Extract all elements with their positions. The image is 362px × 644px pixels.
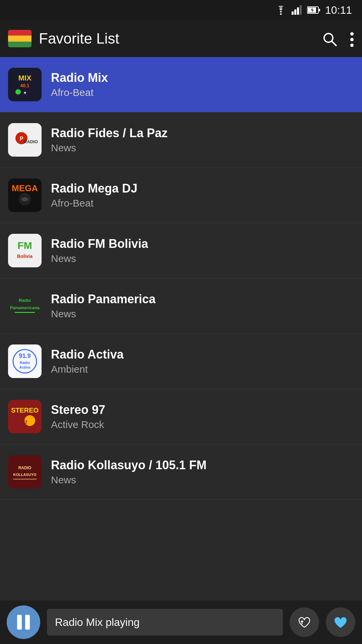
radio-logo-radio-activa: 91.9 Radio Activa <box>8 344 42 378</box>
radio-item-radio-panamerica[interactable]: Radio Panamericana Radio PanamericaNews <box>0 278 362 334</box>
radio-name-radio-fides: Radio Fides / La Paz <box>51 126 354 140</box>
radio-logo-radio-panamerica: Radio Panamericana <box>8 289 42 323</box>
svg-text:Radio: Radio <box>20 361 30 365</box>
svg-rect-39 <box>8 400 42 433</box>
svg-rect-33 <box>15 312 35 313</box>
radio-item-radio-kollasuyo[interactable]: RADIO KOLLASUYO Radio Kollasuyo / 105.1 … <box>0 444 362 500</box>
svg-text:Radio: Radio <box>19 298 31 303</box>
svg-rect-43 <box>8 455 42 489</box>
wifi-icon <box>275 5 287 15</box>
svg-text:MEGA: MEGA <box>12 183 38 193</box>
app-header: Favorite List <box>0 20 362 57</box>
now-playing-text: Radio Mix playing <box>55 616 140 629</box>
svg-point-26 <box>21 197 28 201</box>
radio-genre-radio-activa: Ambient <box>51 364 354 375</box>
svg-text:RADIO: RADIO <box>18 466 32 470</box>
svg-text:FM: FM <box>17 240 32 251</box>
battery-icon <box>307 6 320 14</box>
radio-item-radio-fm-bolivia[interactable]: FM Bolivia Radio FM BoliviaNews <box>0 223 362 278</box>
radio-logo-radio-mega-dj: MEGA <box>8 178 42 212</box>
svg-rect-4 <box>300 5 302 15</box>
svg-rect-7 <box>319 9 320 11</box>
radio-info-stereo-97: Stereo 97Active Rock <box>51 403 354 430</box>
flag-green-stripe <box>8 42 32 47</box>
search-icon[interactable] <box>322 30 338 47</box>
radio-info-radio-mega-dj: Radio Mega DJAfro-Beat <box>51 181 354 209</box>
radio-name-radio-panamerica: Radio Panamerica <box>51 292 354 306</box>
radio-logo-stereo-97: STEREO 97 <box>8 400 42 433</box>
radio-list: MIX 40.1 ★ Radio MixAfro-Beat P RADIO Ra… <box>0 57 362 500</box>
radio-item-stereo-97[interactable]: STEREO 97 Stereo 97Active Rock <box>0 389 362 444</box>
status-icons: 10:11 <box>275 4 352 16</box>
svg-text:Panamericana: Panamericana <box>10 305 40 310</box>
svg-point-12 <box>350 38 354 41</box>
radio-name-stereo-97: Stereo 97 <box>51 403 354 417</box>
radio-logo-radio-fm-bolivia: FM Bolivia <box>8 234 42 267</box>
radio-genre-radio-fm-bolivia: News <box>51 253 354 264</box>
header-actions <box>322 30 354 47</box>
svg-text:Bolivia: Bolivia <box>17 254 33 259</box>
radio-genre-stereo-97: Active Rock <box>51 419 354 430</box>
bottom-player: Radio Mix playing <box>0 600 362 644</box>
svg-text:91.9: 91.9 <box>19 353 31 359</box>
radio-name-radio-mix: Radio Mix <box>51 71 354 85</box>
pause-bar-right <box>25 615 30 630</box>
radio-logo-radio-kollasuyo: RADIO KOLLASUYO <box>8 455 42 489</box>
pause-bar-left <box>17 615 22 630</box>
radio-genre-radio-kollasuyo: News <box>51 474 354 486</box>
svg-rect-2 <box>294 9 296 15</box>
svg-point-11 <box>350 32 354 36</box>
svg-text:97: 97 <box>22 420 27 425</box>
page-title: Favorite List <box>39 30 322 47</box>
radio-item-radio-fides[interactable]: P RADIO Radio Fides / La PazNews <box>0 112 362 168</box>
radio-logo-radio-mix: MIX 40.1 ★ <box>8 68 42 101</box>
svg-rect-1 <box>292 11 294 15</box>
radio-name-radio-fm-bolivia: Radio FM Bolivia <box>51 237 354 251</box>
radio-name-radio-mega-dj: Radio Mega DJ <box>51 181 354 196</box>
more-options-icon[interactable] <box>350 30 354 47</box>
radio-name-radio-kollasuyo: Radio Kollasuyo / 105.1 FM <box>51 458 354 472</box>
flag-red-stripe <box>8 30 32 36</box>
status-bar: 10:11 <box>0 0 362 20</box>
signal-icon <box>292 5 302 15</box>
radio-genre-radio-mega-dj: Afro-Beat <box>51 198 354 209</box>
radio-info-radio-fm-bolivia: Radio FM BoliviaNews <box>51 237 354 264</box>
radio-info-radio-panamerica: Radio PanamericaNews <box>51 292 354 320</box>
radio-info-radio-activa: Radio ActivaAmbient <box>51 347 354 375</box>
status-time: 10:11 <box>325 4 352 16</box>
svg-line-10 <box>332 41 337 46</box>
pause-icon <box>17 615 30 630</box>
svg-text:★: ★ <box>23 91 27 95</box>
radio-info-radio-mix: Radio MixAfro-Beat <box>51 71 354 98</box>
svg-point-17 <box>15 89 21 95</box>
radio-genre-radio-mix: Afro-Beat <box>51 87 354 98</box>
svg-text:Activa: Activa <box>19 365 31 369</box>
svg-text:STEREO: STEREO <box>11 407 39 414</box>
svg-text:RADIO: RADIO <box>24 139 38 144</box>
svg-text:40.1: 40.1 <box>20 83 29 88</box>
radio-info-radio-fides: Radio Fides / La PazNews <box>51 126 354 154</box>
favorite-button[interactable] <box>326 607 355 637</box>
radio-genre-radio-fides: News <box>51 142 354 154</box>
svg-text:KOLLASUYO: KOLLASUYO <box>13 473 37 477</box>
bolivia-flag <box>8 30 32 47</box>
svg-text:P: P <box>20 136 23 142</box>
svg-rect-46 <box>13 479 37 480</box>
like-button[interactable] <box>290 607 319 637</box>
pause-button[interactable] <box>7 605 40 639</box>
svg-point-13 <box>350 44 354 47</box>
radio-item-radio-mix[interactable]: MIX 40.1 ★ Radio MixAfro-Beat <box>0 57 362 112</box>
radio-genre-radio-panamerica: News <box>51 308 354 320</box>
radio-name-radio-activa: Radio Activa <box>51 347 354 362</box>
svg-text:MIX: MIX <box>18 74 31 82</box>
radio-logo-radio-fides: P RADIO <box>8 123 42 157</box>
radio-item-radio-mega-dj[interactable]: MEGA Radio Mega DJAfro-Beat <box>0 168 362 223</box>
flag-yellow-stripe <box>8 36 32 41</box>
radio-info-radio-kollasuyo: Radio Kollasuyo / 105.1 FMNews <box>51 458 354 486</box>
svg-point-9 <box>324 34 333 42</box>
svg-rect-3 <box>297 7 299 15</box>
player-info-bar: Radio Mix playing <box>47 609 283 636</box>
svg-point-0 <box>280 13 282 15</box>
radio-item-radio-activa[interactable]: 91.9 Radio Activa Radio ActivaAmbient <box>0 334 362 389</box>
